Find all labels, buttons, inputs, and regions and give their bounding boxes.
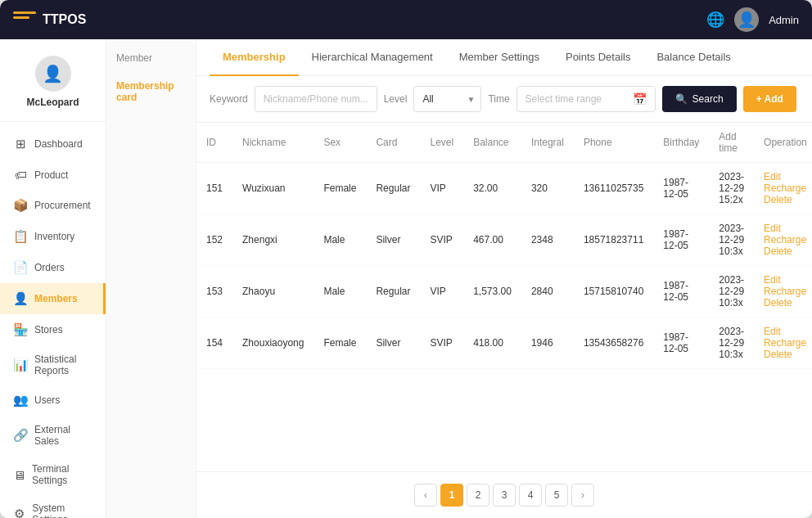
cell-balance: 418.00 xyxy=(463,318,521,369)
sidebar-item-procurement[interactable]: 📦 Procurement xyxy=(0,190,106,221)
action-edit[interactable]: Edit xyxy=(764,326,781,337)
cell-balance: 467.00 xyxy=(463,214,521,266)
cell-phone: 13611025735 xyxy=(574,163,653,214)
statistical-icon: 📊 xyxy=(13,358,28,372)
cell-sex: Female xyxy=(314,318,366,369)
table-row: 153 Zhaoyu Male Regular VIP 1,573.00 284… xyxy=(196,266,812,318)
search-button[interactable]: 🔍 Search xyxy=(662,86,737,112)
time-range-picker[interactable]: Select time range 📅 xyxy=(517,86,656,112)
sidebar-item-statistical-reports[interactable]: 📊 Statistical Reports xyxy=(0,345,106,385)
keyword-input[interactable] xyxy=(255,86,377,112)
action-recharge[interactable]: Recharge xyxy=(764,182,806,194)
sidebar-item-stores[interactable]: 🏪 Stores xyxy=(0,314,106,345)
search-icon: 🔍 xyxy=(675,93,688,105)
cell-operation: Edit Recharge Delete xyxy=(754,266,812,318)
col-id: ID xyxy=(196,123,232,163)
level-select[interactable]: All VIP SVIP Regular xyxy=(413,86,481,112)
members-table: ID Nickname Sex Card Level Balance Integ… xyxy=(196,123,812,369)
time-placeholder: Select time range xyxy=(526,93,602,105)
logo-icon xyxy=(13,11,36,28)
page-prev[interactable]: ‹ xyxy=(414,484,437,507)
page-3[interactable]: 3 xyxy=(493,484,516,507)
action-edit[interactable]: Edit xyxy=(764,274,781,286)
cell-integral: 1946 xyxy=(521,318,574,369)
sidebar-label-product: Product xyxy=(34,169,68,181)
sidebar-label-procurement: Procurement xyxy=(34,200,91,211)
cell-sex: Male xyxy=(314,266,366,318)
action-recharge[interactable]: Recharge xyxy=(764,234,806,245)
cell-nickname: Zhaoyu xyxy=(232,266,314,318)
dashboard-icon: ⊞ xyxy=(13,137,28,151)
sidebar-item-product[interactable]: 🏷 Product xyxy=(0,160,106,190)
cell-phone: 13543658276 xyxy=(574,318,653,369)
sidebar-item-external-sales[interactable]: 🔗 External Sales xyxy=(0,416,106,455)
app-name: TTPOS xyxy=(43,12,86,27)
cell-level: SVIP xyxy=(420,214,463,266)
add-label: + Add xyxy=(756,93,783,105)
col-phone: Phone xyxy=(574,123,653,163)
cell-add-time: 2023-12-29 15:2x xyxy=(709,163,754,214)
cell-card: Silver xyxy=(366,318,420,369)
cell-integral: 2840 xyxy=(521,266,574,318)
action-recharge[interactable]: Recharge xyxy=(764,286,806,297)
sidebar-item-orders[interactable]: 📄 Orders xyxy=(0,252,106,283)
globe-icon[interactable]: 🌐 xyxy=(706,11,724,29)
topbar-right: 🌐 👤 Admin xyxy=(706,7,799,32)
sidebar-item-terminal-settings[interactable]: 🖥 Terminal Settings xyxy=(0,455,106,494)
cell-id: 153 xyxy=(196,266,232,318)
calendar-icon: 📅 xyxy=(633,92,647,106)
system-settings-icon: ⚙ xyxy=(13,507,25,518)
action-edit[interactable]: Edit xyxy=(764,171,781,182)
sidebar-user: 👤 McLeopard xyxy=(0,49,106,122)
page-4[interactable]: 4 xyxy=(519,484,542,507)
col-balance: Balance xyxy=(463,123,521,163)
cell-id: 152 xyxy=(196,214,232,266)
action-delete[interactable]: Delete xyxy=(764,245,792,257)
col-add-time: Add time xyxy=(709,123,754,163)
cell-phone: 18571823711 xyxy=(574,214,653,266)
avatar: 👤 xyxy=(734,7,759,32)
action-edit[interactable]: Edit xyxy=(764,223,781,234)
cell-level: VIP xyxy=(420,163,463,214)
inventory-icon: 📋 xyxy=(13,229,28,244)
tab-hierarchical-management[interactable]: Hierarchical Management xyxy=(299,39,446,76)
cell-integral: 320 xyxy=(521,163,574,214)
page-1[interactable]: 1 xyxy=(440,484,463,507)
tab-points-details[interactable]: Points Details xyxy=(553,39,643,76)
app-window: TTPOS 🌐 👤 Admin 👤 McLeopard ⊞ Dashboard … xyxy=(0,0,812,518)
sidebar-label-system-settings: System Settings xyxy=(32,502,92,518)
action-delete[interactable]: Delete xyxy=(764,349,792,360)
tab-membership[interactable]: Membership xyxy=(210,39,299,76)
cell-sex: Female xyxy=(314,163,366,214)
add-button[interactable]: + Add xyxy=(743,86,796,112)
product-icon: 🏷 xyxy=(13,168,28,182)
sidebar-item-members[interactable]: 👤 Members xyxy=(0,283,106,314)
sidebar-item-users[interactable]: 👥 Users xyxy=(0,385,106,416)
tab-member-settings[interactable]: Member Settings xyxy=(446,39,553,76)
page-5[interactable]: 5 xyxy=(545,484,568,507)
action-delete[interactable]: Delete xyxy=(764,297,792,309)
page-next[interactable]: › xyxy=(571,484,594,507)
pagination: ‹ 1 2 3 4 5 › xyxy=(196,471,812,518)
sub-sidebar-item-membership-card[interactable]: Membership card xyxy=(106,70,196,113)
cell-operation: Edit Recharge Delete xyxy=(754,318,812,369)
sidebar-item-inventory[interactable]: 📋 Inventory xyxy=(0,221,106,252)
cell-id: 154 xyxy=(196,318,232,369)
page-2[interactable]: 2 xyxy=(467,484,489,507)
col-integral: Integral xyxy=(521,123,574,163)
tab-balance-details[interactable]: Balance Details xyxy=(643,39,743,76)
sidebar-item-dashboard[interactable]: ⊞ Dashboard xyxy=(0,128,106,160)
cell-birthday: 1987-12-05 xyxy=(653,163,709,214)
sub-sidebar-header: Member xyxy=(106,39,196,70)
sidebar-label-external-sales: External Sales xyxy=(34,424,92,447)
sidebar-label-users: Users xyxy=(34,394,60,406)
action-delete[interactable]: Delete xyxy=(764,194,792,205)
cell-operation: Edit Recharge Delete xyxy=(754,214,812,266)
sidebar-label-members: Members xyxy=(34,293,78,304)
action-recharge[interactable]: Recharge xyxy=(764,337,806,349)
cell-birthday: 1987-12-05 xyxy=(653,214,709,266)
cell-add-time: 2023-12-29 10:3x xyxy=(709,214,754,266)
sidebar-item-system-settings[interactable]: ⚙ System Settings xyxy=(0,494,106,518)
cell-nickname: Wuzixuan xyxy=(232,163,314,214)
terminal-icon: 🖥 xyxy=(13,468,25,482)
